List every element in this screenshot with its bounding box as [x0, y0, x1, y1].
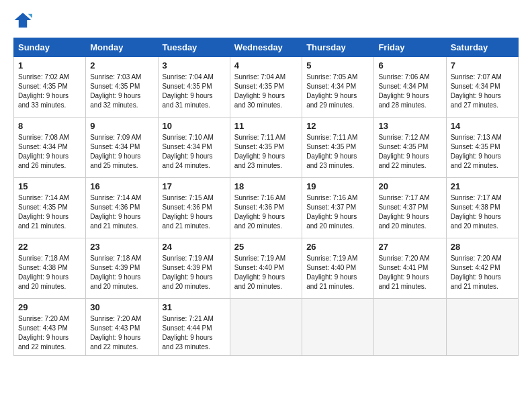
- day-info: Sunrise: 7:20 AM Sunset: 4:42 PM Dayligh…: [451, 254, 514, 291]
- day-number: 10: [163, 121, 226, 131]
- day-number: 15: [18, 181, 81, 191]
- day-number: 12: [306, 121, 369, 131]
- calendar-cell: 2 Sunrise: 7:03 AM Sunset: 4:35 PM Dayli…: [86, 57, 158, 118]
- day-number: 24: [163, 242, 226, 252]
- day-number: 17: [163, 181, 226, 191]
- day-info: Sunrise: 7:09 AM Sunset: 4:34 PM Dayligh…: [90, 133, 153, 171]
- col-header-wednesday: Wednesday: [230, 38, 302, 57]
- day-number: 28: [451, 242, 514, 252]
- calendar-cell: 4 Sunrise: 7:04 AM Sunset: 4:35 PM Dayli…: [230, 57, 302, 118]
- day-number: 18: [234, 181, 298, 191]
- calendar-week-3: 15 Sunrise: 7:14 AM Sunset: 4:35 PM Dayl…: [14, 178, 519, 238]
- day-info: Sunrise: 7:19 AM Sunset: 4:40 PM Dayligh…: [306, 254, 369, 291]
- day-number: 20: [378, 181, 441, 191]
- day-info: Sunrise: 7:10 AM Sunset: 4:34 PM Dayligh…: [163, 133, 226, 171]
- page-header: [13, 11, 519, 30]
- day-number: 29: [18, 302, 81, 312]
- calendar-cell: [446, 299, 518, 356]
- calendar-week-4: 22 Sunrise: 7:18 AM Sunset: 4:38 PM Dayl…: [14, 238, 519, 299]
- calendar-cell: 17 Sunrise: 7:15 AM Sunset: 4:36 PM Dayl…: [158, 178, 230, 238]
- day-info: Sunrise: 7:20 AM Sunset: 4:41 PM Dayligh…: [378, 254, 441, 291]
- calendar-cell: 15 Sunrise: 7:14 AM Sunset: 4:35 PM Dayl…: [14, 178, 86, 238]
- day-info: Sunrise: 7:05 AM Sunset: 4:34 PM Dayligh…: [306, 73, 369, 110]
- calendar-cell: 9 Sunrise: 7:09 AM Sunset: 4:34 PM Dayli…: [86, 118, 158, 178]
- calendar-cell: 6 Sunrise: 7:06 AM Sunset: 4:34 PM Dayli…: [374, 57, 446, 118]
- day-number: 26: [306, 242, 369, 252]
- day-info: Sunrise: 7:16 AM Sunset: 4:37 PM Dayligh…: [306, 193, 369, 231]
- day-info: Sunrise: 7:14 AM Sunset: 4:36 PM Dayligh…: [90, 193, 153, 231]
- day-info: Sunrise: 7:15 AM Sunset: 4:36 PM Dayligh…: [163, 193, 226, 231]
- calendar-cell: 28 Sunrise: 7:20 AM Sunset: 4:42 PM Dayl…: [446, 238, 518, 299]
- day-number: 30: [90, 302, 153, 312]
- calendar-cell: [230, 299, 302, 356]
- day-number: 11: [234, 121, 298, 131]
- day-number: 25: [234, 242, 298, 252]
- day-info: Sunrise: 7:02 AM Sunset: 4:35 PM Dayligh…: [18, 73, 81, 110]
- calendar-cell: 1 Sunrise: 7:02 AM Sunset: 4:35 PM Dayli…: [14, 57, 86, 118]
- calendar-cell: 3 Sunrise: 7:04 AM Sunset: 4:35 PM Dayli…: [158, 57, 230, 118]
- logo-icon: [13, 11, 32, 30]
- day-info: Sunrise: 7:16 AM Sunset: 4:36 PM Dayligh…: [234, 193, 298, 231]
- day-info: Sunrise: 7:11 AM Sunset: 4:35 PM Dayligh…: [306, 133, 369, 171]
- svg-marker-1: [28, 14, 32, 18]
- day-number: 23: [90, 242, 153, 252]
- calendar-cell: 10 Sunrise: 7:10 AM Sunset: 4:34 PM Dayl…: [158, 118, 230, 178]
- logo: [13, 11, 35, 30]
- day-number: 14: [451, 121, 514, 131]
- day-number: 4: [234, 60, 298, 71]
- day-info: Sunrise: 7:04 AM Sunset: 4:35 PM Dayligh…: [163, 73, 226, 110]
- calendar-cell: 7 Sunrise: 7:07 AM Sunset: 4:34 PM Dayli…: [446, 57, 518, 118]
- day-number: 19: [306, 181, 369, 191]
- day-number: 21: [451, 181, 514, 191]
- day-number: 1: [18, 60, 81, 71]
- calendar-cell: 24 Sunrise: 7:19 AM Sunset: 4:39 PM Dayl…: [158, 238, 230, 299]
- calendar-cell: [374, 299, 446, 356]
- day-info: Sunrise: 7:20 AM Sunset: 4:43 PM Dayligh…: [18, 314, 81, 352]
- calendar-cell: 26 Sunrise: 7:19 AM Sunset: 4:40 PM Dayl…: [302, 238, 374, 299]
- day-info: Sunrise: 7:03 AM Sunset: 4:35 PM Dayligh…: [90, 73, 153, 110]
- calendar-cell: 29 Sunrise: 7:20 AM Sunset: 4:43 PM Dayl…: [14, 299, 86, 356]
- calendar-cell: 27 Sunrise: 7:20 AM Sunset: 4:41 PM Dayl…: [374, 238, 446, 299]
- day-info: Sunrise: 7:18 AM Sunset: 4:38 PM Dayligh…: [18, 254, 81, 291]
- col-header-saturday: Saturday: [446, 38, 518, 57]
- day-number: 8: [18, 121, 81, 131]
- day-number: 2: [90, 60, 153, 71]
- svg-marker-0: [15, 13, 32, 28]
- calendar-cell: 8 Sunrise: 7:08 AM Sunset: 4:34 PM Dayli…: [14, 118, 86, 178]
- day-number: 3: [163, 60, 226, 71]
- calendar-cell: 16 Sunrise: 7:14 AM Sunset: 4:36 PM Dayl…: [86, 178, 158, 238]
- day-number: 16: [90, 181, 153, 191]
- calendar-cell: 19 Sunrise: 7:16 AM Sunset: 4:37 PM Dayl…: [302, 178, 374, 238]
- day-info: Sunrise: 7:17 AM Sunset: 4:38 PM Dayligh…: [451, 193, 514, 231]
- calendar-cell: 13 Sunrise: 7:12 AM Sunset: 4:35 PM Dayl…: [374, 118, 446, 178]
- day-info: Sunrise: 7:17 AM Sunset: 4:37 PM Dayligh…: [378, 193, 441, 231]
- col-header-thursday: Thursday: [302, 38, 374, 57]
- day-info: Sunrise: 7:20 AM Sunset: 4:43 PM Dayligh…: [90, 314, 153, 352]
- day-info: Sunrise: 7:19 AM Sunset: 4:40 PM Dayligh…: [234, 254, 298, 291]
- col-header-tuesday: Tuesday: [158, 38, 230, 57]
- day-info: Sunrise: 7:11 AM Sunset: 4:35 PM Dayligh…: [234, 133, 298, 171]
- day-number: 22: [18, 242, 81, 252]
- day-number: 9: [90, 121, 153, 131]
- calendar-cell: 20 Sunrise: 7:17 AM Sunset: 4:37 PM Dayl…: [374, 178, 446, 238]
- day-info: Sunrise: 7:12 AM Sunset: 4:35 PM Dayligh…: [378, 133, 441, 171]
- day-info: Sunrise: 7:21 AM Sunset: 4:44 PM Dayligh…: [163, 314, 226, 352]
- calendar-week-2: 8 Sunrise: 7:08 AM Sunset: 4:34 PM Dayli…: [14, 118, 519, 178]
- day-info: Sunrise: 7:04 AM Sunset: 4:35 PM Dayligh…: [234, 73, 298, 110]
- day-info: Sunrise: 7:13 AM Sunset: 4:35 PM Dayligh…: [451, 133, 514, 171]
- day-info: Sunrise: 7:14 AM Sunset: 4:35 PM Dayligh…: [18, 193, 81, 231]
- day-info: Sunrise: 7:07 AM Sunset: 4:34 PM Dayligh…: [451, 73, 514, 110]
- calendar-cell: 31 Sunrise: 7:21 AM Sunset: 4:44 PM Dayl…: [158, 299, 230, 356]
- calendar-cell: 5 Sunrise: 7:05 AM Sunset: 4:34 PM Dayli…: [302, 57, 374, 118]
- calendar-header-row: SundayMondayTuesdayWednesdayThursdayFrid…: [14, 38, 519, 57]
- day-number: 7: [451, 60, 514, 71]
- day-number: 6: [378, 60, 441, 71]
- calendar-cell: 12 Sunrise: 7:11 AM Sunset: 4:35 PM Dayl…: [302, 118, 374, 178]
- calendar-cell: 25 Sunrise: 7:19 AM Sunset: 4:40 PM Dayl…: [230, 238, 302, 299]
- day-info: Sunrise: 7:06 AM Sunset: 4:34 PM Dayligh…: [378, 73, 441, 110]
- calendar-cell: 23 Sunrise: 7:18 AM Sunset: 4:39 PM Dayl…: [86, 238, 158, 299]
- calendar-week-1: 1 Sunrise: 7:02 AM Sunset: 4:35 PM Dayli…: [14, 57, 519, 118]
- calendar-cell: 30 Sunrise: 7:20 AM Sunset: 4:43 PM Dayl…: [86, 299, 158, 356]
- calendar-table: SundayMondayTuesdayWednesdayThursdayFrid…: [13, 38, 519, 356]
- day-number: 5: [306, 60, 369, 71]
